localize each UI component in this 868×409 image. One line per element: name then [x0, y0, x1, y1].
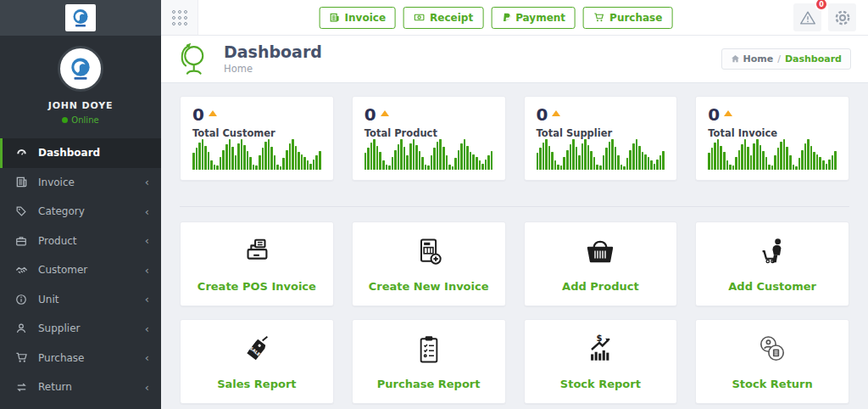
sales-report-card[interactable]: SALE Sales Report	[180, 319, 334, 404]
sidebar-item-label: Customer	[38, 264, 87, 276]
money-bill-icon	[414, 12, 426, 23]
page-title: Dashboard	[224, 43, 322, 61]
stat-label: Total Customer	[192, 127, 321, 139]
settings-button[interactable]	[828, 3, 856, 31]
caret-up-icon	[552, 110, 560, 116]
caret-up-icon	[381, 110, 389, 116]
caret-up-icon	[209, 110, 217, 116]
add-customer-card[interactable]: Add Customer	[695, 221, 849, 306]
sidebar-item-label: Category	[38, 205, 85, 217]
stat-card-total-customer[interactable]: 0 Total Customer	[180, 96, 334, 181]
alerts-button[interactable]: 0	[793, 3, 821, 31]
home-icon	[731, 54, 740, 64]
stat-card-total-product[interactable]: 0 Total Product	[352, 96, 506, 181]
sidebar-item-unit[interactable]: Unit ‹	[0, 285, 161, 315]
actions-row-1: Create POS Invoice Create New Invoice	[180, 221, 849, 306]
exchange-arrows-icon	[14, 380, 28, 394]
tag-icon	[14, 204, 28, 218]
stat-card-total-invoice[interactable]: 0 Total Invoice	[695, 96, 849, 181]
invoice-button[interactable]: Invoice	[320, 7, 396, 29]
sparkline-chart	[192, 139, 321, 170]
stat-label: Total Invoice	[708, 127, 837, 139]
page-header: Dashboard Home Home / Dashboard	[161, 36, 868, 83]
clipboard-icon	[415, 333, 443, 367]
chevron-left-icon: ‹	[145, 235, 149, 246]
sidebar-item-supplier[interactable]: Supplier ‹	[0, 314, 161, 344]
action-card-label: Stock Return	[732, 378, 812, 390]
avatar[interactable]	[58, 46, 103, 92]
sidebar-item-label: Purchase	[38, 352, 85, 364]
app-logo[interactable]	[65, 4, 96, 31]
breadcrumb-home-link[interactable]: Home	[731, 53, 774, 64]
topbar-right: 0	[793, 3, 868, 31]
sidebar-item-label: Unit	[38, 294, 58, 305]
stock-report-card[interactable]: $ Stock Report	[524, 319, 678, 404]
sparkline-chart	[364, 139, 493, 170]
new-invoice-icon	[414, 235, 444, 269]
create-new-invoice-card[interactable]: Create New Invoice	[352, 221, 506, 306]
dashboard-gauge-icon	[14, 146, 28, 160]
sparkline-chart	[708, 139, 837, 170]
breadcrumb-home-label: Home	[743, 53, 774, 64]
sidebar-item-invoice[interactable]: Invoice ‹	[0, 168, 161, 198]
pos-register-icon	[241, 235, 273, 269]
add-product-card[interactable]: Add Product	[524, 221, 678, 306]
chevron-left-icon: ‹	[145, 294, 149, 305]
brand-swirl-icon	[70, 8, 91, 28]
purchase-report-card[interactable]: Purchase Report	[352, 319, 506, 404]
sidebar-item-dashboard[interactable]: Dashboard	[0, 138, 161, 168]
online-dot-icon	[62, 117, 68, 123]
invoice-doc-icon	[14, 176, 28, 189]
stat-value: 0	[364, 106, 376, 123]
sidebar-item-label: Invoice	[38, 176, 75, 188]
grid-dots-icon	[172, 10, 187, 25]
stat-value: 0	[537, 106, 548, 123]
stock-return-icon	[755, 333, 789, 367]
purchase-button-label: Purchase	[609, 12, 662, 24]
invoice-icon	[330, 12, 341, 23]
sidebar-item-return[interactable]: Return ‹	[0, 373, 161, 402]
apps-grid-button[interactable]	[161, 0, 198, 35]
payment-button[interactable]: Payment	[491, 7, 576, 29]
action-card-label: Add Product	[562, 280, 639, 293]
create-pos-invoice-card[interactable]: Create POS Invoice	[180, 221, 334, 306]
stat-value: 0	[708, 106, 720, 123]
receipt-button-label: Receipt	[430, 12, 473, 24]
cart-icon	[593, 12, 605, 23]
alert-count-badge: 0	[815, 0, 828, 11]
sidebar-item-category[interactable]: Category ‹	[0, 197, 161, 227]
stock-chart-icon: $	[583, 333, 617, 367]
sidebar-item-product[interactable]: Product ‹	[0, 227, 161, 256]
sidebar-item-label: Return	[38, 381, 72, 393]
user-profile: JOHN DOYE Online	[0, 36, 161, 132]
receipt-button[interactable]: Receipt	[403, 7, 483, 29]
user-name: JOHN DOYE	[0, 100, 161, 111]
actions-row-2: SALE Sales Report Purchas	[180, 319, 849, 404]
cart-icon	[14, 351, 28, 365]
topbar: Invoice Receipt Payment Purchase 0	[161, 0, 868, 36]
user-status-label: Online	[71, 115, 98, 125]
action-card-label: Purchase Report	[377, 378, 481, 390]
globe-icon	[175, 41, 210, 78]
purchase-button[interactable]: Purchase	[583, 7, 672, 29]
payment-button-label: Payment	[515, 12, 565, 24]
customer-cart-icon	[756, 235, 788, 269]
breadcrumb: Home / Dashboard	[721, 48, 852, 70]
stock-return-card[interactable]: Stock Return	[695, 319, 849, 404]
svg-text:$: $	[597, 333, 603, 343]
stat-card-total-supplier[interactable]: 0 Total Supplier	[524, 96, 678, 181]
chevron-left-icon: ‹	[145, 352, 149, 363]
paypal-icon	[501, 12, 511, 23]
action-card-label: Create POS Invoice	[198, 280, 316, 293]
page-subtitle: Home	[224, 63, 322, 75]
brand-swirl-icon	[68, 56, 93, 81]
action-card-label: Create New Invoice	[369, 280, 489, 293]
chevron-left-icon: ‹	[145, 382, 149, 393]
sidebar-item-purchase[interactable]: Purchase ‹	[0, 344, 161, 373]
action-card-label: Add Customer	[728, 280, 816, 293]
invoice-button-label: Invoice	[345, 12, 386, 24]
chevron-left-icon: ‹	[145, 323, 149, 334]
stat-label: Total Supplier	[537, 127, 665, 139]
sidebar-item-customer[interactable]: Customer ‹	[0, 255, 161, 285]
chevron-left-icon: ‹	[145, 265, 149, 276]
